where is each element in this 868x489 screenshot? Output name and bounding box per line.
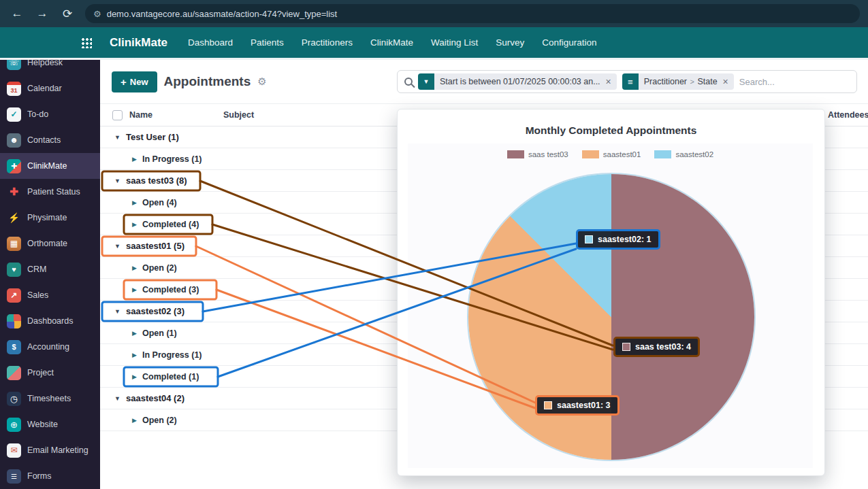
orthomate-icon (7, 237, 21, 251)
sidebar-item-contacts[interactable]: Contacts (0, 127, 100, 153)
sidebar-item-physimate[interactable]: Physimate (0, 205, 100, 231)
legend-swatch (507, 150, 524, 158)
column-subject[interactable]: Subject (223, 110, 254, 120)
email-marketing-icon (7, 443, 21, 458)
website-icon (7, 418, 21, 432)
caret-right-icon[interactable] (132, 373, 137, 380)
groupby-icon (622, 73, 639, 90)
patient-status-icon (7, 185, 21, 199)
app-brand[interactable]: ClinikMate (110, 36, 167, 50)
accounting-icon (7, 340, 21, 354)
sidebar-item-dashboards[interactable]: Dashboards (0, 308, 100, 334)
sidebar-item-calendar[interactable]: Calendar (0, 75, 100, 101)
sidebar-item-orthomate[interactable]: Orthomate (0, 231, 100, 256)
reload-button[interactable] (60, 7, 75, 21)
caret-down-icon[interactable] (114, 394, 120, 401)
search-icon (404, 78, 413, 86)
remove-groupby-icon[interactable] (723, 76, 734, 87)
forward-button[interactable] (35, 7, 50, 20)
tooltip-saastest02: saastest02: 1 (576, 229, 660, 250)
back-button[interactable] (10, 7, 25, 20)
chart-card: Monthly Completed Appointments saas test… (397, 109, 825, 476)
sidebar-item-crm[interactable]: CRM (0, 256, 100, 282)
caret-right-icon[interactable] (132, 329, 137, 336)
dashboards-icon (7, 314, 21, 328)
groupby-value: State (697, 77, 717, 86)
sales-icon (7, 288, 21, 303)
pie-chart[interactable] (468, 174, 754, 460)
sidebar-item-forms[interactable]: Forms (0, 463, 100, 489)
page-title: Appointments (164, 74, 251, 89)
column-attendees[interactable]: Attendees (828, 110, 868, 120)
new-button[interactable]: New (112, 71, 157, 92)
caret-right-icon[interactable] (132, 416, 137, 423)
sidebar-item-todo[interactable]: To-do (0, 101, 100, 127)
sidebar-item-project[interactable]: Project (0, 360, 100, 386)
gear-icon[interactable] (257, 75, 266, 88)
filter-chip[interactable]: Start is between 01/07/2025 00:00:03 an.… (418, 73, 617, 90)
sidebar-item-timesheets[interactable]: Timesheets (0, 386, 100, 411)
sidebar-item-website[interactable]: Website (0, 411, 100, 437)
sidebar-item-clinikmate[interactable]: ClinikMate (0, 153, 100, 179)
sidebar-item-email-marketing[interactable]: Email Marketing (0, 437, 100, 463)
tooltip-swatch (585, 235, 593, 243)
sidebar-item-helpdesk[interactable]: Helpdesk (0, 60, 100, 75)
control-panel: New Appointments Start is between 01/07/… (100, 60, 868, 103)
sidebar-item-accounting[interactable]: Accounting (0, 334, 100, 360)
remove-filter-icon[interactable] (606, 76, 617, 87)
nav-item-configuration[interactable]: Configuration (542, 37, 596, 48)
tooltip-swatch (622, 343, 630, 351)
calendar-icon (7, 82, 21, 96)
physimate-icon (7, 211, 21, 225)
tooltip-swatch (544, 401, 552, 409)
filter-icon (418, 73, 434, 90)
project-icon (7, 366, 21, 380)
search-bar[interactable]: Start is between 01/07/2025 00:00:03 an.… (397, 70, 857, 93)
legend-item-saastest01[interactable]: saastest01 (582, 150, 641, 158)
column-name[interactable]: Name (129, 110, 152, 120)
apps-menu-icon[interactable] (80, 37, 92, 48)
search-input[interactable]: Search... (739, 77, 775, 87)
nav-item-practitioners[interactable]: Practitioners (302, 37, 353, 48)
tooltip-saastest01: saastest01: 3 (535, 395, 620, 416)
nav-item-clinikmate[interactable]: ClinikMate (370, 37, 413, 48)
caret-right-icon[interactable] (132, 264, 137, 271)
helpdesk-icon (7, 60, 21, 70)
nav-item-patients[interactable]: Patients (251, 37, 284, 48)
url-text: demo.vantagecore.au/saasmate/action-474?… (107, 9, 338, 19)
caret-down-icon[interactable] (114, 133, 120, 140)
sidebar: Helpdesk Calendar To-do Contacts ClinikM… (0, 60, 100, 489)
legend-item-saas-test03[interactable]: saas test03 (507, 150, 568, 158)
caret-down-icon[interactable] (114, 177, 120, 184)
todo-icon (7, 107, 21, 122)
caret-down-icon[interactable] (114, 242, 120, 249)
timesheets-icon (7, 392, 21, 406)
nav-item-survey[interactable]: Survey (496, 37, 524, 48)
groupby-chip[interactable]: Practitioner > State (622, 73, 734, 90)
chart-legend: saas test03 saastest01 saastest02 (408, 150, 813, 158)
sidebar-item-patient-status[interactable]: Patient Status (0, 179, 100, 205)
forms-icon (7, 469, 21, 484)
select-all-checkbox[interactable] (112, 110, 123, 120)
caret-right-icon[interactable] (132, 286, 137, 292)
legend-item-saastest02[interactable]: saastest02 (654, 150, 713, 158)
caret-right-icon[interactable] (132, 155, 137, 162)
caret-right-icon[interactable] (132, 351, 137, 358)
url-bar[interactable]: demo.vantagecore.au/saasmate/action-474?… (85, 4, 860, 23)
contacts-icon (7, 133, 21, 148)
groupby-chip-label: Practitioner > State (639, 77, 723, 86)
caret-right-icon[interactable] (132, 199, 137, 205)
new-button-label: New (130, 77, 148, 87)
nav-item-dashboard[interactable]: Dashboard (188, 37, 233, 48)
caret-right-icon[interactable] (132, 220, 137, 227)
legend-swatch (654, 150, 671, 158)
crm-icon (7, 263, 21, 277)
nav-item-waiting-list[interactable]: Waiting List (431, 37, 478, 48)
sidebar-item-sales[interactable]: Sales (0, 282, 100, 308)
clinikmate-icon (7, 159, 21, 173)
site-info-icon[interactable] (93, 9, 101, 19)
filter-chip-label: Start is between 01/07/2025 00:00:03 an.… (434, 77, 606, 86)
chart-title: Monthly Completed Appointments (398, 124, 824, 137)
caret-down-icon[interactable] (114, 307, 120, 314)
tooltip-saas-test03: saas test03: 4 (613, 337, 700, 357)
